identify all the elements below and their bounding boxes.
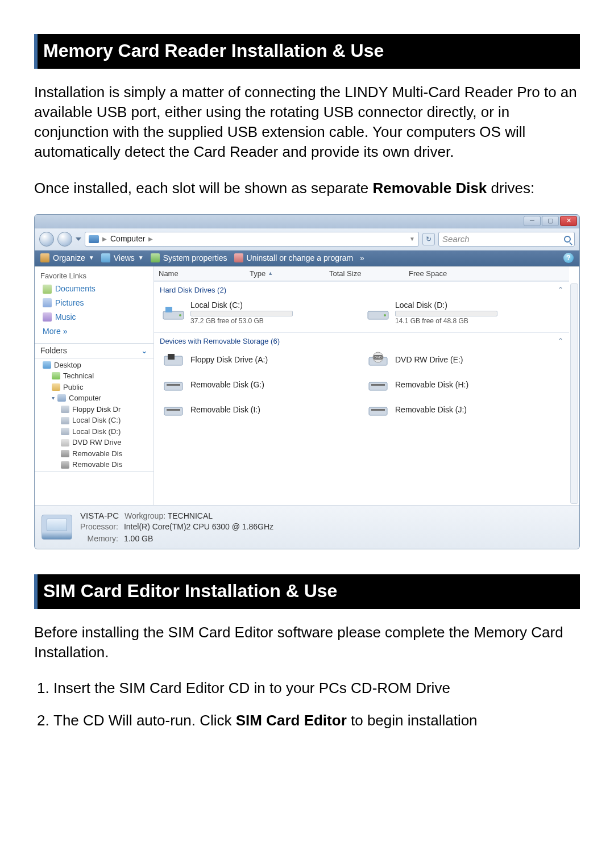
- drive-label: DVD RW Drive (E:): [395, 354, 463, 365]
- svg-rect-19: [371, 409, 385, 411]
- computer-name: VISTA-PC: [80, 511, 119, 520]
- floppy-drive-icon: [162, 350, 185, 369]
- favorite-links-header: Favorite Links: [35, 270, 154, 282]
- window-titlebar[interactable]: ─ ▢ ✕: [35, 215, 579, 228]
- sidebar-item-label: Documents: [55, 283, 96, 294]
- folder-tree: Desktop Technical Public ▾Computer Flopp…: [35, 358, 154, 472]
- folders-label: Folders: [40, 345, 67, 356]
- address-segment-computer[interactable]: Computer: [110, 233, 145, 244]
- tree-label: Local Disk (D:): [72, 427, 121, 437]
- bold-removable-disk: Removable Disk: [372, 180, 487, 197]
- svg-rect-6: [168, 354, 175, 360]
- collapse-icon: ⌃: [558, 336, 563, 347]
- drive-local-d[interactable]: Local Disk (D:) 14.1 GB free of 48.8 GB: [364, 299, 563, 327]
- drive-icon: [61, 417, 69, 424]
- vertical-scrollbar[interactable]: [570, 283, 578, 504]
- computer-icon: [57, 394, 66, 402]
- tree-node-dvd[interactable]: DVD RW Drive: [43, 437, 154, 448]
- details-pane: VISTA-PC Workgroup: TECHNICAL Processor:…: [35, 505, 579, 549]
- column-type[interactable]: Type▲: [250, 269, 329, 279]
- floppy-icon: [61, 406, 69, 413]
- search-input[interactable]: Search: [438, 232, 575, 247]
- drive-icon: [61, 428, 69, 435]
- drive-floppy-a[interactable]: Floppy Disk Drive (A:): [160, 349, 359, 370]
- tree-node-computer[interactable]: ▾Computer: [43, 393, 154, 404]
- drive-dvd-e[interactable]: DVD DVD RW Drive (E:): [364, 349, 563, 370]
- hard-drive-icon: [162, 303, 185, 322]
- pictures-icon: [43, 298, 52, 307]
- sidebar-item-more[interactable]: More »: [35, 324, 154, 339]
- sidebar-item-documents[interactable]: Documents: [35, 282, 154, 296]
- content-pane: Name Type▲ Total Size Free Space Hard Di…: [154, 266, 579, 505]
- tree-node-removable2[interactable]: Removable Dis: [43, 459, 154, 470]
- column-free-space[interactable]: Free Space: [409, 269, 565, 279]
- forward-button[interactable]: [57, 232, 72, 247]
- workgroup-label: Workgroup:: [125, 511, 165, 520]
- collapse-icon: ⌃: [558, 285, 563, 295]
- help-button[interactable]: ?: [563, 253, 574, 263]
- text: to begin installation: [347, 712, 478, 729]
- views-menu[interactable]: Views ▼: [101, 253, 144, 264]
- history-dropdown-icon[interactable]: [76, 237, 81, 241]
- processor-value: Intel(R) Core(TM)2 CPU 6300 @ 1.86GHz: [124, 521, 273, 532]
- system-properties-button[interactable]: System properties: [151, 253, 227, 264]
- paragraph-removable-disk: Once installed, each slot will be shown …: [34, 178, 580, 198]
- computer-large-icon: [42, 515, 72, 540]
- uninstall-button[interactable]: Uninstall or change a program: [234, 253, 354, 264]
- dvd-drive-icon: DVD: [367, 350, 389, 369]
- minimize-button[interactable]: ─: [524, 216, 541, 226]
- explorer-window: ─ ▢ ✕ ▶ Computer ▶ ▼ ↻ Search Organize ▼: [34, 214, 580, 549]
- tree-label: Computer: [69, 393, 101, 403]
- drive-removable-g[interactable]: Removable Disk (G:): [160, 374, 359, 395]
- organize-menu[interactable]: Organize ▼: [40, 253, 94, 264]
- drive-removable-j[interactable]: Removable Disk (J:): [364, 399, 563, 420]
- computer-icon: [89, 235, 99, 243]
- bold-sim-card-editor: SIM Card Editor: [236, 712, 347, 729]
- back-button[interactable]: [39, 232, 54, 247]
- sidebar-item-label: Music: [55, 312, 76, 323]
- memory-value: 1.00 GB: [124, 533, 273, 544]
- group-label: Devices with Removable Storage (6): [160, 336, 280, 347]
- column-name[interactable]: Name: [159, 269, 250, 279]
- expand-icon: ▾: [52, 394, 55, 402]
- uninstall-label: Uninstall or change a program: [247, 253, 354, 264]
- tree-node-local-c[interactable]: Local Disk (C:): [43, 415, 154, 426]
- tree-node-local-d[interactable]: Local Disk (D:): [43, 426, 154, 437]
- maximize-button[interactable]: ▢: [542, 216, 559, 226]
- tree-node-public[interactable]: Public: [43, 382, 154, 393]
- svg-point-2: [179, 314, 181, 316]
- drive-removable-h[interactable]: Removable Disk (H:): [364, 374, 563, 395]
- tree-node-technical[interactable]: Technical: [43, 370, 154, 382]
- column-total-size[interactable]: Total Size: [329, 269, 409, 279]
- group-label: Hard Disk Drives (2): [160, 285, 226, 295]
- close-button[interactable]: ✕: [560, 216, 577, 226]
- group-hard-disk-drives[interactable]: Hard Disk Drives (2) ⌃: [154, 281, 569, 297]
- tree-node-removable[interactable]: Removable Dis: [43, 448, 154, 460]
- tree-node-floppy[interactable]: Floppy Disk Dr: [43, 404, 154, 415]
- step-1: Insert the SIM Card Editor CD in to your…: [53, 678, 580, 698]
- drive-local-c[interactable]: Local Disk (C:) 37.2 GB free of 53.0 GB: [160, 299, 359, 327]
- text: Once installed, each slot will be shown …: [34, 180, 372, 197]
- folders-header[interactable]: Folders ⌄: [35, 343, 154, 358]
- svg-rect-18: [369, 407, 387, 415]
- refresh-button[interactable]: ↻: [422, 233, 435, 245]
- sidebar-item-music[interactable]: Music: [35, 310, 154, 324]
- address-bar[interactable]: ▶ Computer ▶ ▼: [85, 232, 419, 247]
- svg-point-4: [384, 314, 386, 316]
- installation-steps: Insert the SIM Card Editor CD in to your…: [34, 678, 580, 731]
- tree-node-desktop[interactable]: Desktop: [43, 360, 154, 371]
- folder-icon: [52, 383, 60, 391]
- chevron-right-icon: ▶: [102, 235, 107, 243]
- group-removable-storage[interactable]: Devices with Removable Storage (6) ⌃: [154, 332, 569, 348]
- address-dropdown-icon[interactable]: ▼: [409, 235, 415, 243]
- sidebar-item-pictures[interactable]: Pictures: [35, 296, 154, 310]
- sort-asc-icon: ▲: [268, 270, 273, 277]
- drive-free-text: 37.2 GB free of 53.0 GB: [190, 316, 293, 326]
- processor-label: Processor:: [80, 521, 118, 532]
- drive-removable-i[interactable]: Removable Disk (I:): [160, 399, 359, 420]
- documents-icon: [43, 285, 52, 294]
- chevron-right-icon[interactable]: ▶: [148, 235, 153, 243]
- toolbar-overflow[interactable]: »: [360, 253, 364, 264]
- chevron-down-icon: ⌄: [141, 345, 148, 356]
- section-heading-sim-card: SIM Card Editor Installation & Use: [34, 574, 580, 609]
